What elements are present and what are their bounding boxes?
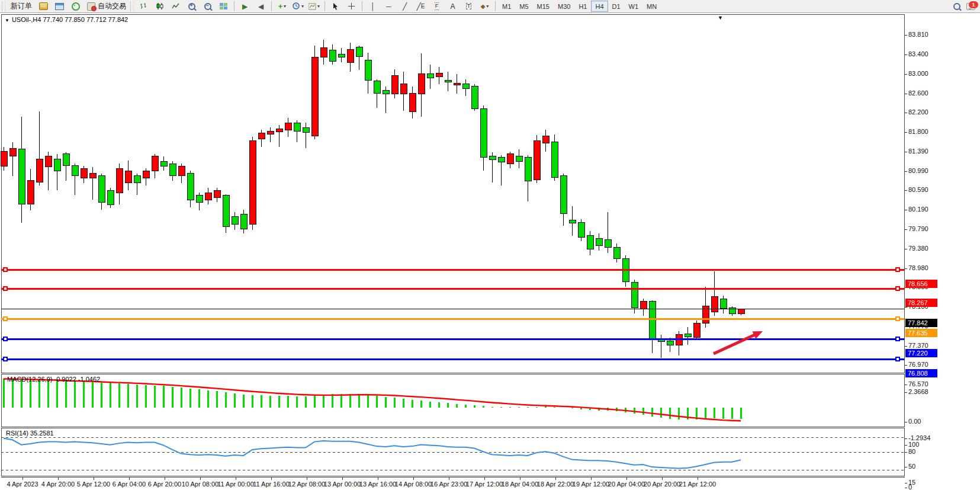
timeframe-button-D1[interactable]: D1	[608, 1, 625, 12]
price-tick-label: 83.000	[908, 70, 928, 77]
price-tick-label: 83.810	[908, 31, 928, 38]
market-watch-icon	[39, 2, 48, 10]
search-icon[interactable]	[953, 3, 960, 10]
toolbar-grip[interactable]	[130, 2, 134, 11]
timeframe-button-M1[interactable]: M1	[498, 1, 515, 12]
text-label-icon: T	[466, 3, 472, 9]
horizontal-line-icon: ─	[386, 2, 391, 11]
timeframe-button-M5[interactable]: M5	[515, 1, 532, 12]
price-tag-77.635[interactable]: 77.635	[905, 329, 937, 337]
symbol-dropdown-icon[interactable]: ▼	[5, 18, 9, 23]
macd-pane[interactable]	[1, 374, 905, 427]
new-order-button[interactable]: 新订单	[7, 0, 36, 12]
timeframe-button-M15[interactable]: M15	[533, 1, 554, 12]
periods-button[interactable]: ▾	[290, 0, 306, 12]
zoom-out-button[interactable]: −	[200, 0, 216, 12]
timeframe-button-M30[interactable]: M30	[554, 1, 574, 12]
scroll-anchor-icon[interactable]: ▼	[718, 15, 723, 21]
timeframe-button-H4[interactable]: H4	[591, 1, 608, 12]
indicators-button[interactable]: + ▾	[274, 0, 290, 12]
templates-button[interactable]: ▾	[306, 0, 322, 12]
indicators-icon: +	[278, 2, 282, 11]
timeframe-button-MN[interactable]: MN	[642, 1, 661, 12]
price-tick-label: 76.970	[908, 361, 928, 368]
data-window-icon	[55, 3, 64, 10]
rsi-axis-label: 50	[908, 463, 915, 470]
price-tick-label: 81.800	[908, 128, 928, 135]
time-axis-label: 14 Apr 08:00	[395, 481, 432, 488]
tile-windows-button[interactable]	[216, 0, 232, 12]
price-tick-label: 80.590	[908, 186, 928, 193]
toolbar-separator	[234, 1, 234, 11]
crosshair-button[interactable]	[343, 0, 359, 12]
price-tick-label: 80.190	[908, 206, 928, 213]
price-tick-label: 81.390	[908, 148, 928, 155]
time-axis-label: 13 Apr 00:00	[324, 481, 361, 488]
cursor-button[interactable]	[327, 0, 343, 12]
time-axis-label: 6 Apr 04:00	[113, 481, 146, 488]
price-tick-label: 80.990	[908, 167, 928, 174]
price-axis[interactable]: 83.81083.40083.00082.60082.20081.80081.3…	[905, 14, 980, 476]
notifications-icon[interactable]: 1	[966, 3, 975, 10]
tile-windows-icon	[220, 3, 227, 9]
auto-scroll-button[interactable]: ▶	[237, 0, 253, 12]
main-toolbar: 新订单 自动交易 + − ▶ ◀	[0, 0, 980, 13]
chart-shift-icon: ◀	[258, 2, 264, 11]
fibonacci-tool-button[interactable]: F	[429, 0, 445, 12]
price-tick-label: 83.400	[908, 50, 928, 57]
text-tool-icon: A	[450, 2, 455, 11]
zoom-in-icon: +	[188, 3, 195, 10]
navigator-icon	[72, 2, 80, 11]
price-tick-label: 79.380	[908, 245, 928, 252]
navigator-button[interactable]	[68, 0, 83, 12]
candlestick-chart-icon	[156, 2, 163, 10]
time-axis-label: 4 Apr 20:00	[41, 481, 75, 488]
price-tag-78.267[interactable]: 78.267	[905, 299, 937, 307]
text-label-tool-button[interactable]: T	[461, 0, 477, 12]
vertical-line-tool-button[interactable]: │	[365, 0, 381, 12]
macd-axis-label: 2.3668	[908, 388, 928, 395]
toolbar-grip[interactable]	[2, 2, 5, 11]
time-axis-label: 4 Apr 2023	[7, 481, 38, 488]
time-axis-label: 11 Apr 00:00	[217, 481, 254, 488]
autotrading-label: 自动交易	[98, 1, 126, 11]
rsi-indicator-label: RSI(14) 35.2581	[6, 430, 54, 437]
market-watch-button[interactable]	[36, 0, 52, 12]
timeframe-button-W1[interactable]: W1	[625, 1, 643, 12]
line-chart-icon	[172, 2, 180, 10]
price-tick-label: 77.370	[908, 342, 928, 349]
cursor-icon	[332, 2, 339, 10]
shapes-tool-button[interactable]: ◆▾	[477, 0, 493, 12]
price-tag-76.808[interactable]: 76.808	[905, 369, 937, 377]
trendline-tool-button[interactable]: ╱	[397, 0, 413, 12]
price-tick-label: 78.980	[908, 264, 928, 271]
horizontal-line-tool-button[interactable]: ─	[381, 0, 397, 12]
trendline-icon: ╱	[403, 2, 407, 11]
time-axis[interactable]: 4 Apr 20234 Apr 20:005 Apr 12:006 Apr 04…	[1, 477, 905, 490]
price-tag-77.220[interactable]: 77.220	[905, 349, 937, 357]
rsi-axis-label: 80	[908, 448, 915, 455]
text-tool-button[interactable]: A	[445, 0, 461, 12]
candlestick-chart-button[interactable]	[152, 0, 168, 12]
main-chart-pane[interactable]	[1, 14, 905, 373]
price-tag-78.656[interactable]: 78.656	[905, 280, 937, 288]
timeframe-toolbar: M1M5M15M30H1H4D1W1MN	[498, 1, 661, 12]
rsi-pane[interactable]	[1, 428, 905, 476]
price-tick-label: 82.600	[908, 89, 928, 97]
time-axis-label: 18 Apr 04:00	[502, 481, 538, 488]
line-chart-button[interactable]	[168, 0, 184, 12]
autotrading-button[interactable]: 自动交易	[83, 0, 130, 12]
macd-indicator-label: MACD(12,26,9) -0.9022 -1.0462	[7, 376, 100, 383]
timeframe-button-H1[interactable]: H1	[574, 1, 591, 12]
zoom-in-button[interactable]: +	[184, 0, 200, 12]
current-price-tag[interactable]: 77.842	[905, 319, 937, 327]
time-axis-label: 21 Apr 12:00	[679, 481, 716, 488]
chart-shift-button[interactable]: ◀	[253, 0, 269, 12]
symbol-info-label[interactable]: ▼USOil-,H4 77.740 77.850 77.712 77.842	[5, 16, 128, 23]
time-axis-label: 12 Apr 08:00	[288, 481, 325, 488]
bar-chart-button[interactable]	[136, 0, 152, 12]
data-window-button[interactable]	[52, 0, 68, 12]
time-axis-label: 20 Apr 04:00	[608, 481, 645, 488]
channel-tool-button[interactable]: ╱E	[413, 0, 429, 12]
zoom-out-icon: −	[204, 3, 211, 10]
